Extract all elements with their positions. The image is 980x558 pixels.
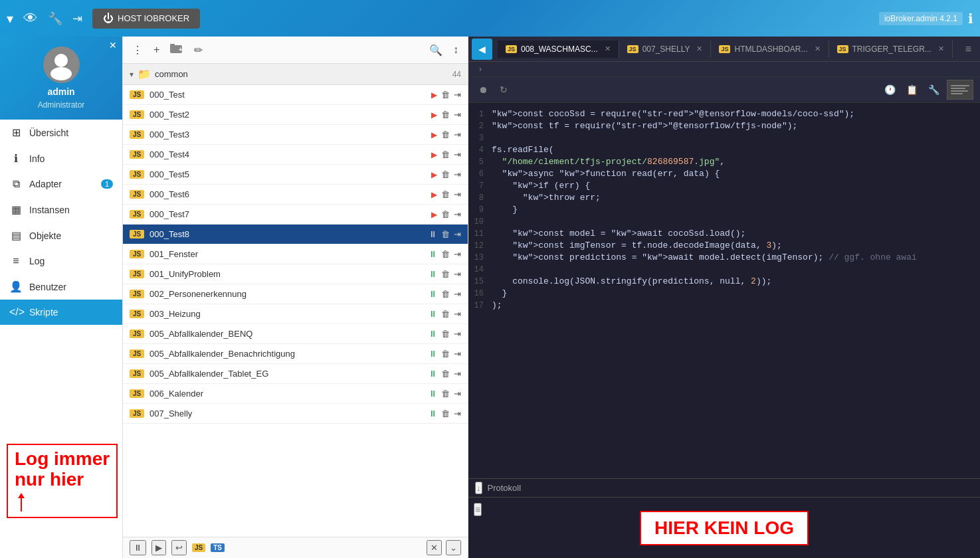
pause-button[interactable]: ⏸: [429, 249, 437, 259]
tab-close-button[interactable]: ✕: [938, 45, 944, 53]
export-button[interactable]: ⇥: [454, 389, 461, 399]
script-item[interactable]: JS000_Test5▶🗑⇥: [123, 165, 468, 185]
delete-button[interactable]: 🗑: [441, 349, 450, 359]
script-item[interactable]: JS001_UnifyProblem⏸🗑⇥: [123, 264, 468, 284]
pause-button[interactable]: ⏸: [429, 369, 437, 379]
settings-button[interactable]: 🔧: [925, 80, 943, 100]
play-button[interactable]: ▶: [431, 170, 437, 179]
admin-icon[interactable]: ℹ: [968, 11, 973, 27]
pause-button[interactable]: ⏸: [429, 269, 437, 279]
tab-close-button[interactable]: ✕: [815, 45, 821, 53]
sidebar-item-instances[interactable]: ▦ Instansen: [0, 197, 122, 223]
script-item[interactable]: JS000_Test3▶🗑⇥: [123, 125, 468, 145]
play-button[interactable]: ▶: [431, 90, 437, 100]
edit-button[interactable]: ✏: [191, 41, 205, 59]
editor-tab-1[interactable]: JS007_SHELLY✕: [619, 41, 712, 58]
export-button[interactable]: ⇥: [454, 329, 461, 339]
export-button[interactable]: ⇥: [454, 169, 461, 179]
script-item[interactable]: JS000_Test4▶🗑⇥: [123, 145, 468, 165]
eye-icon[interactable]: 👁: [23, 10, 38, 27]
script-item[interactable]: JS000_Test6▶🗑⇥: [123, 185, 468, 205]
script-item[interactable]: JS001_Fenster⏸🗑⇥: [123, 244, 468, 264]
play-button[interactable]: ▶: [431, 110, 437, 120]
export-button[interactable]: ⇥: [454, 349, 461, 359]
add-folder-button[interactable]: +: [167, 41, 186, 59]
export-button[interactable]: ⇥: [454, 90, 461, 100]
delete-button[interactable]: 🗑: [441, 169, 450, 179]
pause-all-button[interactable]: ⏸: [130, 540, 146, 555]
export-button[interactable]: ⇥: [454, 189, 461, 199]
export-button[interactable]: ⇥: [454, 309, 461, 319]
script-item[interactable]: JS005_Abfallkalender_Benachrichtigung⏸🗑⇥: [123, 344, 468, 364]
script-item[interactable]: JS000_Test8⏸🗑⇥: [123, 225, 468, 244]
search-button[interactable]: 🔍: [427, 41, 445, 59]
editor-menu-icon[interactable]: ≡: [960, 41, 977, 58]
sidebar-item-user[interactable]: 👤 Benutzer: [0, 274, 122, 300]
breadcrumb-arrow[interactable]: ›: [475, 63, 486, 75]
collapse-button[interactable]: ✕: [427, 540, 442, 555]
wrench-icon[interactable]: 🔧: [48, 11, 62, 26]
delete-button[interactable]: 🗑: [441, 309, 450, 319]
log-download-button[interactable]: ↓: [475, 482, 482, 494]
play-all-button[interactable]: ▶: [151, 540, 166, 555]
script-item[interactable]: JS000_Test2▶🗑⇥: [123, 105, 468, 125]
script-item[interactable]: JS006_Kalender⏸🗑⇥: [123, 384, 468, 404]
pause-button[interactable]: ⏸: [429, 349, 437, 359]
export-button[interactable]: ⇥: [454, 130, 461, 140]
delete-button[interactable]: 🗑: [441, 90, 450, 100]
sort-button[interactable]: ↕: [450, 41, 461, 58]
clipboard-button[interactable]: 📋: [903, 80, 921, 100]
editor-tab-2[interactable]: JSHTMLDASHBOAR...✕: [711, 41, 829, 58]
delete-button[interactable]: 🗑: [441, 369, 450, 379]
delete-button[interactable]: 🗑: [441, 189, 450, 199]
editor-tab-3[interactable]: JSTRIGGER_TELEGR...✕: [829, 41, 953, 58]
export-button[interactable]: ⇥: [454, 409, 461, 418]
editor-tab-0[interactable]: JS008_WASCHMASC...✕: [498, 41, 619, 58]
export-button[interactable]: ⇥: [454, 269, 461, 279]
sidebar-item-objects[interactable]: ▤ Objekte: [0, 223, 122, 248]
pause-button[interactable]: ⏸: [429, 389, 437, 399]
run-button[interactable]: ⏺: [475, 82, 491, 97]
delete-button[interactable]: 🗑: [441, 329, 450, 339]
export-button[interactable]: ⇥: [454, 369, 461, 379]
script-item[interactable]: JS005_Abfallkalender_BENQ⏸🗑⇥: [123, 324, 468, 344]
export-button[interactable]: ⇥: [454, 249, 461, 259]
script-item[interactable]: JS000_Test▶🗑⇥: [123, 85, 468, 105]
script-item[interactable]: JS000_Test7▶🗑⇥: [123, 205, 468, 225]
delete-button[interactable]: 🗑: [441, 130, 450, 140]
pause-button[interactable]: ⏸: [429, 309, 437, 319]
sidebar-item-info[interactable]: ℹ Info: [0, 145, 122, 171]
back-button[interactable]: ↩: [171, 540, 187, 555]
export-button[interactable]: ⇥: [454, 209, 461, 219]
host-button[interactable]: ⏻ HOST IOBROKER: [92, 9, 200, 29]
export-button[interactable]: ⇥: [454, 289, 461, 299]
signin-icon[interactable]: ⇥: [72, 11, 82, 26]
log-lines-button[interactable]: ≡: [474, 503, 482, 516]
refresh-button[interactable]: ↻: [496, 82, 511, 97]
folder-row[interactable]: ▾ 📁 common 44: [123, 64, 468, 85]
sidebar-item-adapter[interactable]: ⧉ Adapter 1: [0, 171, 122, 197]
export-button[interactable]: ⇥: [454, 110, 461, 120]
play-button[interactable]: ▶: [431, 210, 437, 219]
editor-back-button[interactable]: ◀: [472, 39, 492, 60]
menu-icon[interactable]: ▾: [7, 11, 13, 27]
export-button[interactable]: ⇥: [454, 149, 461, 159]
pause-button[interactable]: ⏸: [429, 409, 437, 418]
sidebar-item-log[interactable]: ≡ Log: [0, 248, 122, 274]
pause-button[interactable]: ⏸: [429, 329, 437, 339]
script-item[interactable]: JS002_Personenerkennung⏸🗑⇥: [123, 284, 468, 304]
play-button[interactable]: ▶: [431, 130, 437, 140]
expand-button[interactable]: ⌄: [446, 540, 461, 555]
delete-button[interactable]: 🗑: [441, 269, 450, 279]
tab-close-button[interactable]: ✕: [605, 45, 611, 53]
script-item[interactable]: JS007_Shelly⏸🗑⇥: [123, 404, 468, 424]
sidebar-item-scripts[interactable]: </> Skripte: [0, 300, 122, 325]
delete-button[interactable]: 🗑: [441, 289, 450, 299]
pause-button[interactable]: ⏸: [429, 229, 437, 239]
delete-button[interactable]: 🗑: [441, 209, 450, 219]
pause-button[interactable]: ⏸: [429, 289, 437, 299]
delete-button[interactable]: 🗑: [441, 249, 450, 259]
sidebar-item-overview[interactable]: ⊞ Übersicht: [0, 120, 122, 145]
tab-close-button[interactable]: ✕: [696, 45, 702, 53]
delete-button[interactable]: 🗑: [441, 229, 450, 239]
